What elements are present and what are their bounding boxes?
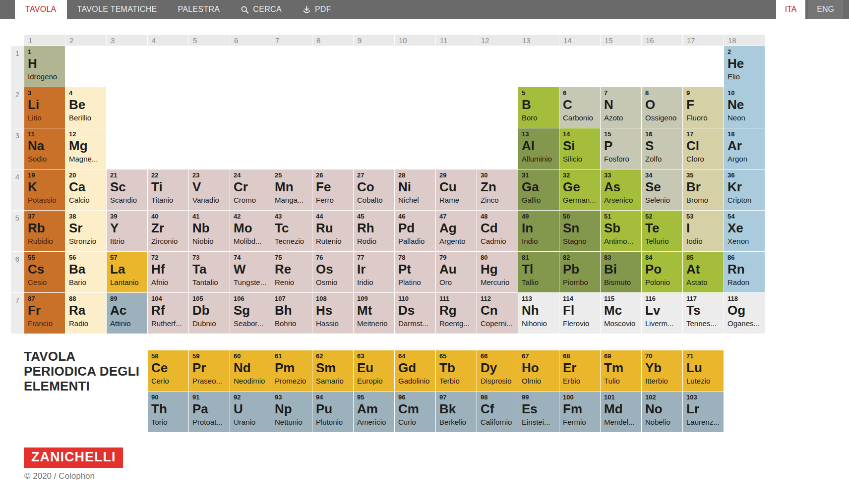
element-U[interactable]: 92UUranio [230, 392, 271, 432]
element-C[interactable]: 6CCarbonio [559, 87, 600, 128]
element-Ar[interactable]: 18ArArgon [724, 128, 765, 169]
element-Rn[interactable]: 86RnRadon [724, 252, 765, 292]
element-Bi[interactable]: 83BiBismuto [601, 252, 641, 292]
element-W[interactable]: 74WTungste... [230, 252, 271, 292]
element-Re[interactable]: 75ReRenio [271, 252, 312, 292]
element-Ru[interactable]: 44RuRutenio [312, 211, 353, 251]
element-Mt[interactable]: 109MtMeitnerio [354, 293, 394, 334]
element-Gd[interactable]: 64GdGadolinio [395, 350, 435, 391]
element-Ce[interactable]: 58CeCerio [148, 350, 188, 391]
element-Na[interactable]: 11NaSodio [24, 128, 65, 169]
element-Rf[interactable]: 104RfRutherf... [148, 293, 188, 334]
element-Mn[interactable]: 25MnManga... [271, 169, 312, 210]
element-Ge[interactable]: 32GeGerman... [559, 169, 600, 210]
element-Pr[interactable]: 59PrPraseo... [189, 350, 230, 391]
copyright-colophon-link[interactable]: © 2020 / Colophon [24, 471, 95, 481]
element-Er[interactable]: 68ErErbio [559, 350, 600, 391]
element-Kr[interactable]: 36KrCripton [724, 169, 765, 210]
element-O[interactable]: 8OOssigeno [642, 87, 682, 128]
element-Og[interactable]: 118OgOganes... [724, 293, 765, 334]
element-Nb[interactable]: 41NbNiobio [189, 211, 230, 251]
element-Sb[interactable]: 51SbAntimo... [601, 211, 641, 251]
element-Sn[interactable]: 50SnStagno [559, 211, 600, 251]
element-Es[interactable]: 99EsEinstei... [518, 392, 559, 432]
element-Tc[interactable]: 43TcTecnezio [271, 211, 312, 251]
element-Pm[interactable]: 61PmPromezio [271, 350, 312, 391]
element-Ag[interactable]: 47AgArgento [436, 211, 477, 251]
element-Fr[interactable]: 87FrFrancio [24, 293, 65, 334]
element-Nh[interactable]: 113NhNihonio [518, 293, 559, 334]
element-Fe[interactable]: 26FeFerro [312, 169, 353, 210]
element-Ne[interactable]: 10NeNeon [724, 87, 765, 128]
element-Hs[interactable]: 108HsHassio [312, 293, 353, 334]
element-Am[interactable]: 95AmAmericio [354, 392, 394, 432]
element-V[interactable]: 23VVanadio [189, 169, 230, 210]
element-H[interactable]: 1HIdrogeno [24, 46, 65, 87]
element-Zn[interactable]: 30ZnZinco [477, 169, 518, 210]
element-Dy[interactable]: 66DyDisprosio [477, 350, 518, 391]
element-Ni[interactable]: 28NiNichel [395, 169, 435, 210]
element-Th[interactable]: 90ThTorio [148, 392, 188, 432]
element-Db[interactable]: 105DbDubnio [189, 293, 230, 334]
element-In[interactable]: 49InIndio [518, 211, 559, 251]
element-Tl[interactable]: 81TlTallio [518, 252, 559, 292]
element-Co[interactable]: 27CoCobalto [354, 169, 394, 210]
nav-tab-tavole-tematiche[interactable]: TAVOLE TEMATICHE [67, 0, 168, 19]
element-Be[interactable]: 4BeBerillio [65, 87, 106, 128]
element-Fm[interactable]: 100FmFermio [559, 392, 600, 432]
element-Po[interactable]: 84PoPolonio [642, 252, 682, 292]
lang-tab-ita[interactable]: ITA [776, 0, 806, 19]
element-Yb[interactable]: 70YbItterbio [642, 350, 682, 391]
element-Ts[interactable]: 117TsTennes... [683, 293, 724, 334]
element-Cu[interactable]: 29CuRame [436, 169, 477, 210]
element-Hf[interactable]: 72HfAfnio [148, 252, 188, 292]
element-Pb[interactable]: 82PbPiombo [559, 252, 600, 292]
element-Np[interactable]: 93NpNettunio [271, 392, 312, 432]
element-Sr[interactable]: 38SrStronzio [65, 211, 106, 251]
element-Pt[interactable]: 78PtPlatino [395, 252, 435, 292]
element-He[interactable]: 2HeElio [724, 46, 765, 87]
element-Ac[interactable]: 89AcAttinio [107, 293, 147, 334]
element-Se[interactable]: 34SeSelenio [642, 169, 682, 210]
element-Lv[interactable]: 116LvLiverm... [642, 293, 682, 334]
element-Y[interactable]: 39YIttrio [107, 211, 147, 251]
element-Rg[interactable]: 111RgRoentg... [436, 293, 477, 334]
element-Cd[interactable]: 48CdCadmio [477, 211, 518, 251]
element-Hg[interactable]: 80HgMercurio [477, 252, 518, 292]
element-Cn[interactable]: 112CnCoperni... [477, 293, 518, 334]
element-Al[interactable]: 13AlAlluminio [518, 128, 559, 169]
element-Cm[interactable]: 96CmCurio [395, 392, 435, 432]
element-Sm[interactable]: 62SmSamario [312, 350, 353, 391]
element-Os[interactable]: 76OsOsmio [312, 252, 353, 292]
element-Li[interactable]: 3LiLitio [24, 87, 65, 128]
element-K[interactable]: 19KPotassio [24, 169, 65, 210]
element-Pd[interactable]: 46PdPalladio [395, 211, 435, 251]
lang-tab-eng[interactable]: ENG [808, 0, 843, 19]
element-Rb[interactable]: 37RbRubidio [24, 211, 65, 251]
element-As[interactable]: 33AsArsenico [601, 169, 641, 210]
search-button[interactable]: CERCA [230, 0, 292, 19]
element-Ho[interactable]: 67HoOlmio [518, 350, 559, 391]
element-Mo[interactable]: 42MoMolibd... [230, 211, 271, 251]
zanichelli-logo[interactable]: ZANICHELLI [24, 448, 123, 468]
element-Br[interactable]: 35BrBromo [683, 169, 724, 210]
element-At[interactable]: 85AtAstato [683, 252, 724, 292]
element-Mc[interactable]: 115McMoscovio [601, 293, 641, 334]
element-Tm[interactable]: 69TmTulio [601, 350, 641, 391]
element-Ra[interactable]: 88RaRadio [65, 293, 106, 334]
element-Bk[interactable]: 97BkBerkelio [436, 392, 477, 432]
element-Bh[interactable]: 107BhBohrio [271, 293, 312, 334]
element-P[interactable]: 15PFosforo [601, 128, 641, 169]
element-Si[interactable]: 14SiSilicio [559, 128, 600, 169]
element-Lr[interactable]: 103LrLaurenz... [683, 392, 724, 432]
element-I[interactable]: 53IIodio [683, 211, 724, 251]
element-La[interactable]: 57LaLantanio [107, 252, 147, 292]
nav-tab-tavola[interactable]: TAVOLA [15, 0, 67, 19]
element-Fl[interactable]: 114FlFlerovio [559, 293, 600, 334]
element-Ds[interactable]: 110DsDarmst... [395, 293, 435, 334]
element-Cs[interactable]: 55CsCesio [24, 252, 65, 292]
element-Pu[interactable]: 94PuPlutonio [312, 392, 353, 432]
nav-tab-palestra[interactable]: PALESTRA [168, 0, 231, 19]
element-Ir[interactable]: 77IrIridio [354, 252, 394, 292]
element-N[interactable]: 7NAzoto [601, 87, 641, 128]
